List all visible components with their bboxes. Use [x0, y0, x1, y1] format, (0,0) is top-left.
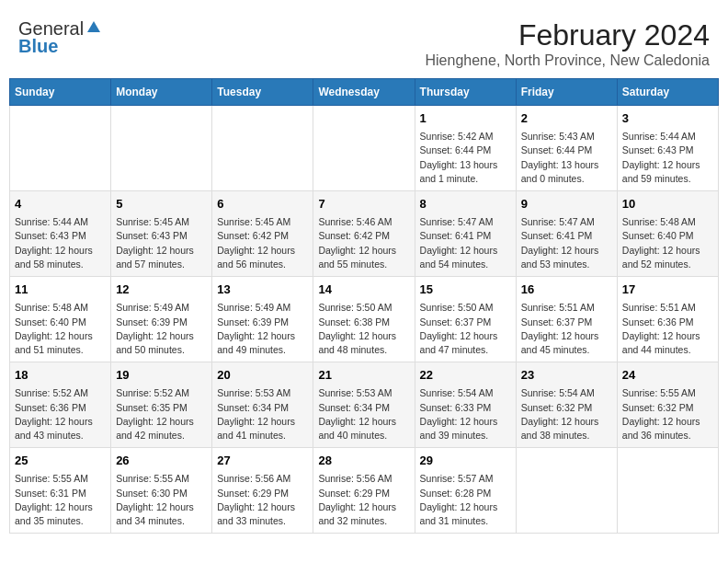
calendar-body: 1Sunrise: 5:42 AM Sunset: 6:44 PM Daylig… [10, 106, 719, 534]
calendar-cell: 6Sunrise: 5:45 AM Sunset: 6:42 PM Daylig… [212, 191, 313, 277]
date-number: 27 [217, 453, 308, 469]
cell-daylight-info: Sunrise: 5:44 AM Sunset: 6:43 PM Dayligh… [622, 130, 713, 186]
calendar-cell [212, 106, 313, 191]
cell-daylight-info: Sunrise: 5:55 AM Sunset: 6:30 PM Dayligh… [116, 472, 207, 528]
cell-daylight-info: Sunrise: 5:50 AM Sunset: 6:37 PM Dayligh… [420, 301, 511, 357]
cell-daylight-info: Sunrise: 5:52 AM Sunset: 6:36 PM Dayligh… [15, 386, 106, 442]
calendar-row: 18Sunrise: 5:52 AM Sunset: 6:36 PM Dayli… [10, 362, 719, 448]
weekday-header: Saturday [617, 79, 718, 106]
date-number: 10 [622, 196, 713, 213]
calendar-cell: 7Sunrise: 5:46 AM Sunset: 6:42 PM Daylig… [313, 191, 415, 277]
date-number: 2 [521, 110, 612, 127]
cell-daylight-info: Sunrise: 5:56 AM Sunset: 6:29 PM Dayligh… [217, 472, 308, 528]
title-area: February 2024 Hienghene, North Province,… [425, 18, 710, 69]
cell-daylight-info: Sunrise: 5:54 AM Sunset: 6:33 PM Dayligh… [420, 386, 511, 442]
date-number: 18 [15, 367, 106, 384]
calendar-cell: 10Sunrise: 5:48 AM Sunset: 6:40 PM Dayli… [617, 191, 718, 277]
calendar-cell: 4Sunrise: 5:44 AM Sunset: 6:43 PM Daylig… [10, 191, 111, 277]
cell-daylight-info: Sunrise: 5:45 AM Sunset: 6:43 PM Dayligh… [116, 215, 207, 271]
calendar-cell [516, 448, 617, 534]
calendar-cell: 15Sunrise: 5:50 AM Sunset: 6:37 PM Dayli… [415, 277, 516, 362]
calendar-cell: 22Sunrise: 5:54 AM Sunset: 6:33 PM Dayli… [415, 362, 516, 448]
cell-daylight-info: Sunrise: 5:55 AM Sunset: 6:31 PM Dayligh… [15, 472, 106, 528]
date-number: 20 [217, 367, 308, 384]
date-number: 22 [420, 367, 511, 384]
calendar-cell: 3Sunrise: 5:44 AM Sunset: 6:43 PM Daylig… [617, 106, 718, 191]
date-number: 29 [420, 453, 511, 469]
calendar-cell: 12Sunrise: 5:49 AM Sunset: 6:39 PM Dayli… [111, 277, 212, 362]
calendar-cell: 8Sunrise: 5:47 AM Sunset: 6:41 PM Daylig… [415, 191, 516, 277]
cell-daylight-info: Sunrise: 5:50 AM Sunset: 6:38 PM Dayligh… [318, 301, 409, 357]
calendar-cell: 1Sunrise: 5:42 AM Sunset: 6:44 PM Daylig… [415, 106, 516, 191]
weekday-header: Sunday [10, 79, 111, 106]
page-title: February 2024 [425, 18, 710, 52]
date-number: 25 [15, 453, 106, 469]
calendar-cell: 26Sunrise: 5:55 AM Sunset: 6:30 PM Dayli… [111, 448, 212, 534]
weekday-header: Tuesday [212, 79, 313, 106]
weekday-header: Thursday [415, 79, 516, 106]
cell-daylight-info: Sunrise: 5:54 AM Sunset: 6:32 PM Dayligh… [521, 386, 612, 442]
date-number: 17 [622, 282, 713, 298]
calendar-row: 4Sunrise: 5:44 AM Sunset: 6:43 PM Daylig… [10, 191, 719, 277]
calendar-cell: 14Sunrise: 5:50 AM Sunset: 6:38 PM Dayli… [313, 277, 415, 362]
calendar-row: 25Sunrise: 5:55 AM Sunset: 6:31 PM Dayli… [10, 448, 719, 534]
calendar-cell: 16Sunrise: 5:51 AM Sunset: 6:37 PM Dayli… [516, 277, 617, 362]
cell-daylight-info: Sunrise: 5:42 AM Sunset: 6:44 PM Dayligh… [420, 130, 511, 186]
calendar-cell: 28Sunrise: 5:56 AM Sunset: 6:29 PM Dayli… [313, 448, 415, 534]
cell-daylight-info: Sunrise: 5:43 AM Sunset: 6:44 PM Dayligh… [521, 130, 612, 186]
calendar-header: SundayMondayTuesdayWednesdayThursdayFrid… [10, 79, 719, 106]
date-number: 19 [116, 367, 207, 384]
date-number: 8 [420, 196, 511, 213]
weekday-header: Monday [111, 79, 212, 106]
cell-daylight-info: Sunrise: 5:53 AM Sunset: 6:34 PM Dayligh… [318, 386, 409, 442]
calendar-cell: 29Sunrise: 5:57 AM Sunset: 6:28 PM Dayli… [415, 448, 516, 534]
calendar-cell: 18Sunrise: 5:52 AM Sunset: 6:36 PM Dayli… [10, 362, 111, 448]
calendar-cell [617, 448, 718, 534]
calendar-row: 11Sunrise: 5:48 AM Sunset: 6:40 PM Dayli… [10, 277, 719, 362]
cell-daylight-info: Sunrise: 5:44 AM Sunset: 6:43 PM Dayligh… [15, 215, 106, 271]
date-number: 24 [622, 367, 713, 384]
calendar-cell: 11Sunrise: 5:48 AM Sunset: 6:40 PM Dayli… [10, 277, 111, 362]
date-number: 28 [318, 453, 409, 469]
calendar-cell [313, 106, 415, 191]
logo-icon [85, 19, 102, 36]
calendar-cell: 24Sunrise: 5:55 AM Sunset: 6:32 PM Dayli… [617, 362, 718, 448]
cell-daylight-info: Sunrise: 5:47 AM Sunset: 6:41 PM Dayligh… [420, 215, 511, 271]
date-number: 21 [318, 367, 409, 384]
cell-daylight-info: Sunrise: 5:55 AM Sunset: 6:32 PM Dayligh… [622, 386, 713, 442]
date-number: 15 [420, 282, 511, 298]
calendar-row: 1Sunrise: 5:42 AM Sunset: 6:44 PM Daylig… [10, 106, 719, 191]
date-number: 3 [622, 110, 713, 127]
cell-daylight-info: Sunrise: 5:48 AM Sunset: 6:40 PM Dayligh… [622, 215, 713, 271]
date-number: 23 [521, 367, 612, 384]
calendar-cell: 19Sunrise: 5:52 AM Sunset: 6:35 PM Dayli… [111, 362, 212, 448]
page-subtitle: Hienghene, North Province, New Caledonia [425, 52, 710, 69]
cell-daylight-info: Sunrise: 5:46 AM Sunset: 6:42 PM Dayligh… [318, 215, 409, 271]
cell-daylight-info: Sunrise: 5:49 AM Sunset: 6:39 PM Dayligh… [217, 301, 308, 357]
cell-daylight-info: Sunrise: 5:51 AM Sunset: 6:37 PM Dayligh… [521, 301, 612, 357]
cell-daylight-info: Sunrise: 5:52 AM Sunset: 6:35 PM Dayligh… [116, 386, 207, 442]
date-number: 14 [318, 282, 409, 298]
date-number: 5 [116, 196, 207, 213]
svg-marker-0 [87, 21, 100, 32]
cell-daylight-info: Sunrise: 5:57 AM Sunset: 6:28 PM Dayligh… [420, 472, 511, 528]
cell-daylight-info: Sunrise: 5:53 AM Sunset: 6:34 PM Dayligh… [217, 386, 308, 442]
date-number: 12 [116, 282, 207, 298]
cell-daylight-info: Sunrise: 5:45 AM Sunset: 6:42 PM Dayligh… [217, 215, 308, 271]
calendar-cell: 23Sunrise: 5:54 AM Sunset: 6:32 PM Dayli… [516, 362, 617, 448]
calendar-cell: 25Sunrise: 5:55 AM Sunset: 6:31 PM Dayli… [10, 448, 111, 534]
date-number: 13 [217, 282, 308, 298]
date-number: 11 [15, 282, 106, 298]
date-number: 7 [318, 196, 409, 213]
calendar-cell: 13Sunrise: 5:49 AM Sunset: 6:39 PM Dayli… [212, 277, 313, 362]
calendar-cell: 9Sunrise: 5:47 AM Sunset: 6:41 PM Daylig… [516, 191, 617, 277]
cell-daylight-info: Sunrise: 5:49 AM Sunset: 6:39 PM Dayligh… [116, 301, 207, 357]
date-number: 26 [116, 453, 207, 469]
calendar-cell: 2Sunrise: 5:43 AM Sunset: 6:44 PM Daylig… [516, 106, 617, 191]
calendar-cell: 17Sunrise: 5:51 AM Sunset: 6:36 PM Dayli… [617, 277, 718, 362]
cell-daylight-info: Sunrise: 5:47 AM Sunset: 6:41 PM Dayligh… [521, 215, 612, 271]
date-number: 4 [15, 196, 106, 213]
header: General Blue February 2024 Hienghene, No… [9, 9, 719, 74]
logo: General Blue [18, 18, 102, 57]
cell-daylight-info: Sunrise: 5:48 AM Sunset: 6:40 PM Dayligh… [15, 301, 106, 357]
